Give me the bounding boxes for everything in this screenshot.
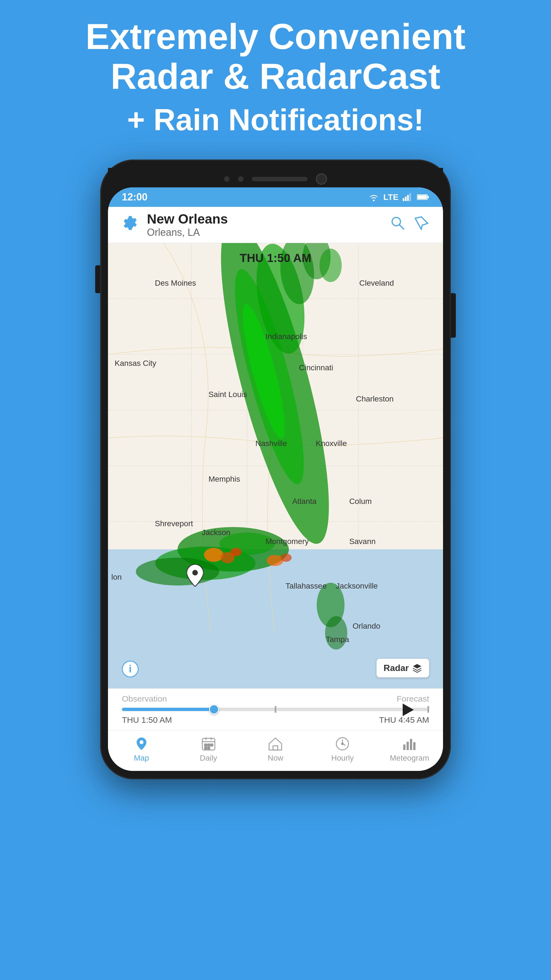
city-cincinnati: Cincinnati [299,363,333,372]
lte-label: LTE [383,192,399,202]
svg-rect-57 [413,742,416,750]
header-line2: Radar & RadarCast [111,56,440,97]
city-indianapolis: Indianapolis [265,332,307,341]
svg-rect-48 [208,747,210,749]
nav-label-daily: Daily [200,754,217,762]
radar-button[interactable]: Radar [376,659,429,678]
phone-notch [108,168,443,188]
city-atlanta: Atlanta [292,497,316,506]
timeline-end-marker [427,706,429,713]
city-memphis: Memphis [208,475,240,484]
timeline-area: Observation Forecast [108,689,443,730]
svg-rect-55 [407,742,409,750]
city-montgomery: Montgomery [265,537,309,546]
city-jacksonville: Jacksonville [336,582,378,590]
nav-item-now[interactable]: Now [242,736,309,762]
info-button[interactable]: i [122,661,138,678]
header-line1: Extremely Convenient [86,16,465,57]
phone-wrapper: 12:00 LTE [0,159,551,779]
layers-icon [412,663,422,673]
timeline-bar[interactable] [122,708,429,711]
nav-label-hourly: Hourly [331,754,354,762]
city-lon: lon [111,573,122,582]
search-icon[interactable] [390,215,405,234]
svg-point-32 [281,554,292,562]
svg-marker-38 [403,703,414,716]
meteogram-nav-icon [402,736,417,751]
daily-nav-icon [201,736,216,751]
svg-rect-56 [410,739,412,750]
phone-device: 12:00 LTE [100,159,451,779]
settings-icon[interactable] [122,215,138,235]
top-bar: New Orleans Orleans, LA [108,207,443,243]
svg-rect-2 [405,197,407,201]
timeline-dot [209,705,219,714]
top-bar-icons [390,215,429,234]
nav-item-meteogram[interactable]: Meteogram [376,736,443,762]
city-nashville: Nashville [256,439,287,448]
svg-rect-4 [410,193,411,201]
timeline-row[interactable] [122,708,429,715]
svg-rect-46 [211,744,213,746]
svg-rect-6 [427,196,429,198]
svg-rect-44 [205,744,207,746]
notch-dot-right [238,176,243,182]
city-tampa: Tampa [326,635,349,644]
notch-dot-left [224,176,230,182]
notch-camera [316,173,327,185]
location-info: New Orleans Orleans, LA [147,211,390,238]
header-section: Extremely Convenient Radar & RadarCast +… [0,0,551,148]
svg-rect-54 [403,745,405,750]
svg-rect-49 [273,746,278,750]
timestamp-text: THU 1:50 AM [240,251,311,264]
location-arrow-icon[interactable] [414,215,429,234]
wifi-icon [368,192,379,202]
status-icons: LTE [368,192,429,202]
city-des-moines: Des Moines [155,279,196,288]
map-timestamp: THU 1:50 AM [108,251,443,265]
map-svg [108,243,443,689]
nav-label-map: Map [134,754,149,762]
svg-point-34 [325,616,347,649]
map-area[interactable]: THU 1:50 AM Des Moines Cleveland Indiana… [108,243,443,689]
svg-point-26 [136,558,219,585]
city-savannah: Savann [349,537,376,546]
battery-icon [417,194,429,200]
svg-rect-7 [418,195,427,199]
timeline-progress [122,708,214,711]
timeline-times: THU 1:50 AM THU 4:45 AM [122,715,429,725]
city-cleveland: Cleveland [359,279,394,288]
city-colum: Colum [349,497,372,506]
info-icon: i [129,663,132,675]
nav-item-hourly[interactable]: Hourly [309,736,376,762]
location-name: New Orleans [147,211,390,227]
bottom-nav: Map Daily [108,730,443,771]
header-title: Extremely Convenient Radar & RadarCast [22,17,529,96]
svg-rect-3 [407,195,409,201]
notch-speaker [252,177,308,181]
header-subtitle: + Rain Notifications! [22,102,529,137]
play-button[interactable] [400,702,415,721]
svg-point-28 [204,548,224,562]
city-saint-louis: Saint Louis [208,390,247,399]
svg-rect-45 [208,744,210,746]
observation-label: Observation [122,694,167,703]
hourly-nav-icon [335,736,350,751]
city-charleston: Charleston [356,395,394,403]
svg-point-39 [140,740,143,744]
map-nav-icon [134,736,149,751]
status-bar: 12:00 LTE [108,188,443,207]
nav-item-daily[interactable]: Daily [175,736,242,762]
nav-label-now: Now [268,754,283,762]
signal-icon [403,193,413,201]
location-pin [187,564,203,590]
city-tallahassee: Tallahassee [286,582,327,590]
phone-screen: 12:00 LTE [108,188,443,771]
svg-point-30 [230,548,241,556]
nav-item-map[interactable]: Map [108,736,175,762]
location-sub: Orleans, LA [147,227,390,238]
svg-point-0 [373,200,375,201]
timeline-labels: Observation Forecast [122,694,429,703]
city-knoxville: Knoxville [316,439,347,448]
nav-label-meteogram: Meteogram [390,754,429,762]
